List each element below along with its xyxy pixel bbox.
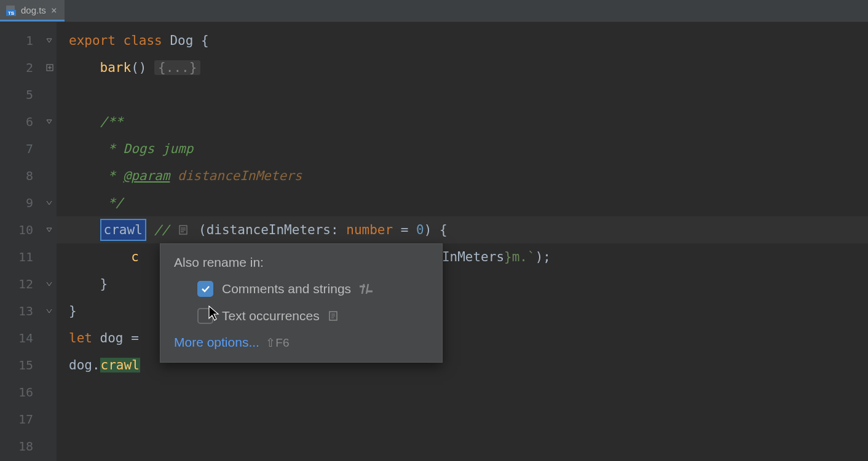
code-line xyxy=(57,433,868,460)
line-number: 18 xyxy=(18,439,33,454)
code-line: bark() {...} xyxy=(57,54,868,81)
code-line: export class Dog { xyxy=(57,27,868,54)
fold-end-icon[interactable] xyxy=(45,280,54,288)
code-line xyxy=(57,81,868,108)
line-number: 10 xyxy=(18,223,33,237)
text-occurrence-icon xyxy=(177,224,191,235)
fold-expand-icon[interactable] xyxy=(45,63,54,72)
popup-title: Also rename in: xyxy=(174,255,428,270)
code-line: * Dogs jump xyxy=(57,135,868,162)
ts-file-icon: TS xyxy=(5,4,17,16)
editor-area: 1 2 5 6 7 8 9 10 11 12 13 14 15 16 17 18… xyxy=(0,22,868,461)
rename-input[interactable]: crawl xyxy=(100,219,146,241)
option-label: Text occurrences xyxy=(222,309,320,323)
code-line: */ xyxy=(57,189,868,216)
line-number: 8 xyxy=(26,168,33,183)
shortcut-hint: ⇧F6 xyxy=(266,336,289,349)
line-number: 17 xyxy=(18,412,33,427)
svg-text:TS: TS xyxy=(8,10,15,16)
checkbox-unchecked[interactable] xyxy=(197,308,213,324)
line-number: 13 xyxy=(18,304,33,318)
tab-bar: TS dog.ts × xyxy=(0,0,868,22)
checkbox-checked[interactable] xyxy=(197,281,213,297)
gutter: 1 2 5 6 7 8 9 10 11 12 13 14 15 16 17 18 xyxy=(0,22,57,461)
comment-icon xyxy=(360,284,373,294)
rename-popup: Also rename in: Comments and strings Tex… xyxy=(160,243,443,363)
line-number: 16 xyxy=(18,385,33,400)
code-area[interactable]: export class Dog { bark() {...} /** * Do… xyxy=(57,22,868,461)
line-number: 12 xyxy=(18,277,33,291)
code-line xyxy=(57,406,868,433)
option-label: Comments and strings xyxy=(222,282,351,296)
popup-option-comments[interactable]: Comments and strings xyxy=(174,281,428,297)
close-icon[interactable]: × xyxy=(50,4,58,16)
tab-filename: dog.ts xyxy=(21,5,46,15)
fold-end-icon[interactable] xyxy=(45,199,54,207)
line-number: 15 xyxy=(18,358,33,372)
more-options-link[interactable]: More options... ⇧F6 xyxy=(174,335,428,350)
line-number: 9 xyxy=(26,195,33,210)
popup-option-text[interactable]: Text occurrences xyxy=(174,308,428,324)
code-line: * @param distanceInMeters xyxy=(57,162,868,189)
folded-region[interactable]: {...} xyxy=(154,60,200,75)
line-number: 2 xyxy=(26,60,33,75)
code-line xyxy=(57,379,868,406)
file-tab[interactable]: TS dog.ts × xyxy=(0,0,65,22)
usage-highlight: crawl xyxy=(100,358,140,372)
line-number: 7 xyxy=(26,141,33,156)
fold-end-icon[interactable] xyxy=(45,307,54,315)
line-number: 6 xyxy=(26,114,33,129)
fold-toggle-icon[interactable] xyxy=(45,117,54,126)
text-occurrence-icon xyxy=(328,310,339,321)
fold-toggle-icon[interactable] xyxy=(45,36,54,45)
code-line-active: crawl // (distanceInMeters: number = 0) … xyxy=(57,216,868,243)
code-line: /** xyxy=(57,108,868,135)
fold-toggle-icon[interactable] xyxy=(45,226,54,234)
line-number: 5 xyxy=(26,87,33,102)
line-number: 14 xyxy=(18,331,33,345)
line-number: 1 xyxy=(26,33,33,48)
line-number: 11 xyxy=(18,250,33,264)
